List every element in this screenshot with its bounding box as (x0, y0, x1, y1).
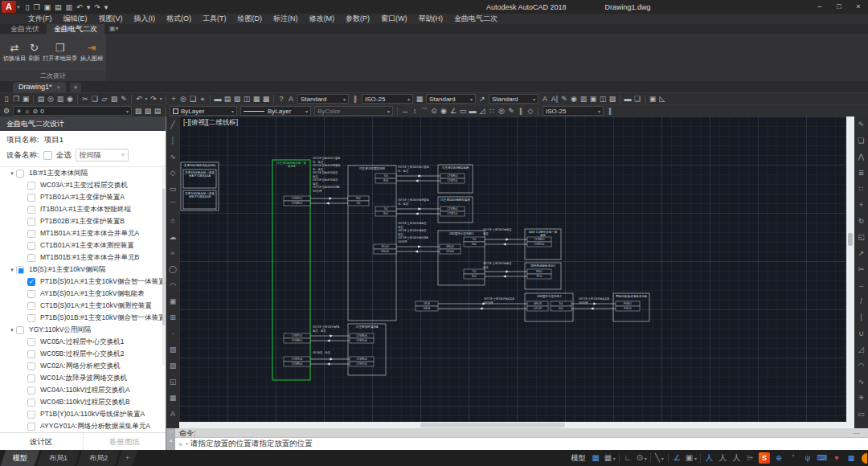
array-icon[interactable]: ❏ (633, 94, 642, 104)
tree-item[interactable]: CT1B01A:#1主变本体测控装置 (0, 239, 166, 251)
command-resize-handle[interactable]: — (853, 428, 860, 437)
erase-icon[interactable]: ✎ (854, 117, 868, 133)
command-input[interactable]: » - 请指定放置的位置请指定放置的位置 (175, 438, 868, 450)
tree-checkbox[interactable] (27, 399, 35, 407)
tree-checkbox[interactable] (27, 254, 35, 262)
copy-tool-icon[interactable]: ❏ (854, 133, 868, 149)
tree-checkbox[interactable] (27, 290, 35, 298)
rectangle-icon[interactable]: ▭ (166, 181, 179, 197)
chamfer-icon[interactable]: ◿ (854, 341, 868, 358)
command-close-icon[interactable]: × (169, 437, 173, 444)
point-icon[interactable]: · (166, 325, 179, 341)
block-edit-icon[interactable]: ✎ (119, 94, 129, 104)
ribbon-tab-金曲光伏[interactable]: 金曲光伏 (3, 24, 47, 34)
file-tab-close-icon[interactable]: × (57, 82, 61, 92)
tree-checkbox[interactable] (27, 350, 35, 358)
publish-icon[interactable]: ▥ (55, 94, 65, 104)
designcenter-icon[interactable]: ▤ (223, 94, 232, 104)
menu-item-3[interactable]: 插入(I) (129, 14, 162, 24)
trim-icon[interactable]: ✂ (854, 261, 868, 277)
copy-icon[interactable]: ❏ (90, 94, 100, 104)
pan-icon[interactable]: + (169, 94, 178, 104)
qat-new-icon[interactable]: ▯ (26, 3, 30, 11)
menu-item-7[interactable]: 标注(N) (268, 14, 304, 24)
undo-icon[interactable]: ↶ (134, 94, 144, 104)
tree-checkbox[interactable] (27, 182, 35, 190)
grid-display-icon[interactable]: ▦ (591, 450, 601, 466)
tool-palettes-icon[interactable]: ▧ (232, 94, 242, 104)
dim-continue-icon[interactable]: ▬ (468, 106, 477, 117)
snap-mode-icon[interactable]: ▦ ▾ (604, 450, 616, 466)
object-snap-tracking-icon[interactable]: ∠ (672, 450, 682, 466)
refresh-button[interactable]: ↻刷新 (28, 42, 40, 63)
logo-caret-icon[interactable]: ▾ (17, 4, 20, 10)
paste-icon[interactable]: ▱ (100, 94, 109, 104)
model-space[interactable]: [-][俯视][二维线框] 主变10kV侧开关柜(间隔)主变10kV侧合智一体装… (179, 117, 846, 422)
polygon-icon[interactable]: ◇ (166, 165, 179, 181)
zoom-window-icon[interactable]: ❑ (188, 94, 198, 104)
move-icon[interactable]: + (854, 197, 868, 213)
dim-edit-icon[interactable]: ✎ (506, 106, 516, 117)
lineweight-dropdown[interactable]: ByColor▾ (314, 106, 393, 116)
dim-jogged-icon[interactable]: ◇ (526, 106, 535, 117)
tree-item[interactable]: ▾1B(S):#1主变10kV侧间隔 (0, 264, 166, 276)
dim-ordinate-icon[interactable]: ◿ (477, 106, 487, 117)
qat-caret-icon[interactable]: ▾ (104, 3, 108, 11)
tree-item[interactable]: WC04B:110kV过程层交换机B (0, 396, 166, 408)
save-icon[interactable]: ▣ (21, 94, 31, 104)
layer-properties-icon[interactable]: ⚙ (2, 106, 11, 117)
open-local-directory-button[interactable]: ❒打开本地目录 (42, 42, 78, 63)
menu-item-9[interactable]: 参数(P) (340, 14, 375, 24)
dim-tolerance-icon[interactable]: ∷ (487, 106, 497, 117)
layout-tab-模型[interactable]: 模型 (1, 450, 39, 466)
panel-scrollbar[interactable] (162, 165, 165, 366)
tray-overflow-icon[interactable] (862, 453, 867, 464)
text-style-icon[interactable]: A (286, 94, 296, 104)
table-style-dropdown[interactable]: Standard▾ (426, 94, 476, 104)
soft-keyboard-icon[interactable]: ⌨ (817, 452, 828, 464)
polyline-icon[interactable]: ∿ (166, 149, 179, 165)
toolbox-icon[interactable]: ▦ (845, 452, 857, 464)
center-mark-icon[interactable]: ◉ (569, 94, 579, 104)
qat-redo-icon[interactable]: ↷ (94, 3, 100, 11)
tree-item[interactable]: ▾1B:#1主变本体间隔 (0, 167, 166, 179)
explode-icon[interactable]: ✳ (854, 390, 868, 406)
tree-expander-icon[interactable]: ▾ (8, 327, 16, 333)
ortho-mode-icon[interactable]: ∟ (623, 450, 633, 466)
polar-tracking-icon[interactable]: ⊙ ▾ (637, 450, 647, 466)
open-icon[interactable]: ❒ (11, 94, 21, 104)
tree-checkbox[interactable] (27, 423, 35, 431)
punctuation-icon[interactable]: ʼ (788, 452, 799, 464)
insert-block-icon[interactable]: ▣ (166, 293, 179, 309)
tree-checkbox[interactable] (27, 242, 35, 250)
isometric-drafting-icon[interactable]: ╲ ▾ (654, 450, 665, 466)
field-icon[interactable]: ▨ (608, 94, 617, 104)
gradient-icon[interactable]: ▧ (166, 358, 179, 374)
help-icon[interactable]: ? (276, 94, 286, 104)
drawing-file-tab[interactable]: Drawing1* × (13, 82, 66, 92)
tree-item[interactable]: AY1B(S)01A:#1主变10kV侧电能表 (0, 288, 166, 300)
quickcalc-icon[interactable]: ▩ (261, 94, 271, 104)
qat-undo-icon[interactable]: ↶ (76, 3, 83, 11)
layer-isolate-icon[interactable]: ▧ (143, 106, 153, 117)
new-drawing-tab-button[interactable]: + (70, 83, 81, 92)
array-tool-icon[interactable]: ∷ (854, 181, 868, 197)
qat-save-icon[interactable]: ▣ (44, 3, 51, 11)
ellipse-icon[interactable]: ◯ (166, 261, 179, 277)
menu-item-1[interactable]: 编辑(E) (58, 14, 93, 24)
menu-item-6[interactable]: 绘图(D) (232, 14, 268, 24)
fillet-icon[interactable]: ◠ (854, 358, 868, 374)
blend-icon[interactable]: ∿ (854, 374, 868, 390)
dim-style-dropdown[interactable]: ISO-25▾ (362, 94, 413, 104)
spell-check-icon[interactable]: ▥ (579, 94, 588, 104)
tree-item[interactable]: WC01A:故障录波网络交换机 (0, 372, 166, 384)
tree-checkbox[interactable] (27, 362, 35, 370)
layer-dropdown[interactable]: ☀☼⊘0▾ (13, 106, 132, 116)
tree-checkbox[interactable] (27, 194, 35, 202)
new-icon[interactable]: ▯ (2, 94, 11, 104)
rotate-icon[interactable]: ↻ (854, 213, 868, 229)
qat-undo-caret-icon[interactable]: ▾ (87, 3, 91, 11)
layer-translate-icon[interactable]: ▬ (623, 94, 633, 104)
tree-checkbox[interactable] (27, 302, 35, 310)
color-dropdown[interactable]: ByLayer▾ (170, 106, 237, 116)
